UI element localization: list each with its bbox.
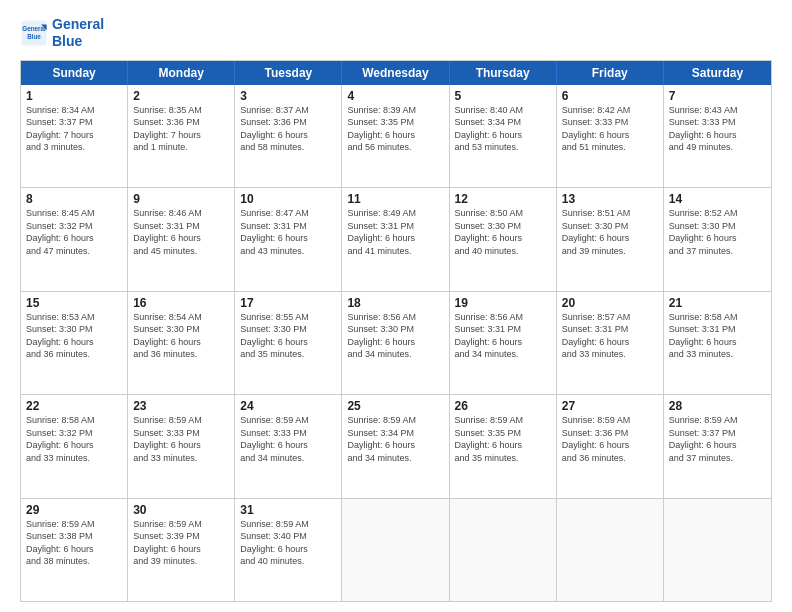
day-cell-31: 31 Sunrise: 8:59 AMSunset: 3:40 PMDaylig… — [235, 499, 342, 601]
day-cell-11: 11 Sunrise: 8:49 AMSunset: 3:31 PMDaylig… — [342, 188, 449, 290]
day-cell-19: 19 Sunrise: 8:56 AMSunset: 3:31 PMDaylig… — [450, 292, 557, 394]
day-cell-10: 10 Sunrise: 8:47 AMSunset: 3:31 PMDaylig… — [235, 188, 342, 290]
day-number: 23 — [133, 399, 229, 413]
day-cell-14: 14 Sunrise: 8:52 AMSunset: 3:30 PMDaylig… — [664, 188, 771, 290]
day-header-wednesday: Wednesday — [342, 61, 449, 85]
day-header-saturday: Saturday — [664, 61, 771, 85]
week-row-5: 29 Sunrise: 8:59 AMSunset: 3:38 PMDaylig… — [21, 499, 771, 601]
day-info: Sunrise: 8:59 AMSunset: 3:38 PMDaylight:… — [26, 518, 122, 568]
day-info: Sunrise: 8:39 AMSunset: 3:35 PMDaylight:… — [347, 104, 443, 154]
day-info: Sunrise: 8:47 AMSunset: 3:31 PMDaylight:… — [240, 207, 336, 257]
day-header-monday: Monday — [128, 61, 235, 85]
day-number: 30 — [133, 503, 229, 517]
day-number: 11 — [347, 192, 443, 206]
logo: General Blue GeneralBlue — [20, 16, 104, 50]
day-info: Sunrise: 8:57 AMSunset: 3:31 PMDaylight:… — [562, 311, 658, 361]
week-row-1: 1 Sunrise: 8:34 AMSunset: 3:37 PMDayligh… — [21, 85, 771, 188]
day-cell-24: 24 Sunrise: 8:59 AMSunset: 3:33 PMDaylig… — [235, 395, 342, 497]
day-cell-9: 9 Sunrise: 8:46 AMSunset: 3:31 PMDayligh… — [128, 188, 235, 290]
day-info: Sunrise: 8:59 AMSunset: 3:39 PMDaylight:… — [133, 518, 229, 568]
day-info: Sunrise: 8:56 AMSunset: 3:30 PMDaylight:… — [347, 311, 443, 361]
day-info: Sunrise: 8:53 AMSunset: 3:30 PMDaylight:… — [26, 311, 122, 361]
day-number: 12 — [455, 192, 551, 206]
day-cell-16: 16 Sunrise: 8:54 AMSunset: 3:30 PMDaylig… — [128, 292, 235, 394]
day-info: Sunrise: 8:59 AMSunset: 3:33 PMDaylight:… — [133, 414, 229, 464]
day-cell-8: 8 Sunrise: 8:45 AMSunset: 3:32 PMDayligh… — [21, 188, 128, 290]
day-info: Sunrise: 8:35 AMSunset: 3:36 PMDaylight:… — [133, 104, 229, 154]
day-number: 29 — [26, 503, 122, 517]
day-info: Sunrise: 8:54 AMSunset: 3:30 PMDaylight:… — [133, 311, 229, 361]
day-cell-28: 28 Sunrise: 8:59 AMSunset: 3:37 PMDaylig… — [664, 395, 771, 497]
day-number: 10 — [240, 192, 336, 206]
empty-cell — [342, 499, 449, 601]
day-info: Sunrise: 8:52 AMSunset: 3:30 PMDaylight:… — [669, 207, 766, 257]
empty-cell — [664, 499, 771, 601]
day-cell-2: 2 Sunrise: 8:35 AMSunset: 3:36 PMDayligh… — [128, 85, 235, 187]
day-cell-4: 4 Sunrise: 8:39 AMSunset: 3:35 PMDayligh… — [342, 85, 449, 187]
day-header-thursday: Thursday — [450, 61, 557, 85]
day-info: Sunrise: 8:46 AMSunset: 3:31 PMDaylight:… — [133, 207, 229, 257]
day-info: Sunrise: 8:49 AMSunset: 3:31 PMDaylight:… — [347, 207, 443, 257]
day-number: 17 — [240, 296, 336, 310]
logo-text: GeneralBlue — [52, 16, 104, 50]
day-cell-17: 17 Sunrise: 8:55 AMSunset: 3:30 PMDaylig… — [235, 292, 342, 394]
day-cell-25: 25 Sunrise: 8:59 AMSunset: 3:34 PMDaylig… — [342, 395, 449, 497]
day-number: 8 — [26, 192, 122, 206]
day-info: Sunrise: 8:50 AMSunset: 3:30 PMDaylight:… — [455, 207, 551, 257]
day-header-friday: Friday — [557, 61, 664, 85]
day-cell-13: 13 Sunrise: 8:51 AMSunset: 3:30 PMDaylig… — [557, 188, 664, 290]
day-header-sunday: Sunday — [21, 61, 128, 85]
day-cell-21: 21 Sunrise: 8:58 AMSunset: 3:31 PMDaylig… — [664, 292, 771, 394]
day-cell-27: 27 Sunrise: 8:59 AMSunset: 3:36 PMDaylig… — [557, 395, 664, 497]
day-info: Sunrise: 8:59 AMSunset: 3:36 PMDaylight:… — [562, 414, 658, 464]
day-number: 22 — [26, 399, 122, 413]
day-cell-1: 1 Sunrise: 8:34 AMSunset: 3:37 PMDayligh… — [21, 85, 128, 187]
day-info: Sunrise: 8:42 AMSunset: 3:33 PMDaylight:… — [562, 104, 658, 154]
logo-icon: General Blue — [20, 19, 48, 47]
day-info: Sunrise: 8:45 AMSunset: 3:32 PMDaylight:… — [26, 207, 122, 257]
day-number: 28 — [669, 399, 766, 413]
day-info: Sunrise: 8:58 AMSunset: 3:31 PMDaylight:… — [669, 311, 766, 361]
week-row-4: 22 Sunrise: 8:58 AMSunset: 3:32 PMDaylig… — [21, 395, 771, 498]
day-number: 6 — [562, 89, 658, 103]
day-number: 25 — [347, 399, 443, 413]
calendar-header: SundayMondayTuesdayWednesdayThursdayFrid… — [21, 61, 771, 85]
svg-text:Blue: Blue — [27, 32, 41, 39]
week-row-3: 15 Sunrise: 8:53 AMSunset: 3:30 PMDaylig… — [21, 292, 771, 395]
day-info: Sunrise: 8:40 AMSunset: 3:34 PMDaylight:… — [455, 104, 551, 154]
day-info: Sunrise: 8:34 AMSunset: 3:37 PMDaylight:… — [26, 104, 122, 154]
day-info: Sunrise: 8:43 AMSunset: 3:33 PMDaylight:… — [669, 104, 766, 154]
day-cell-3: 3 Sunrise: 8:37 AMSunset: 3:36 PMDayligh… — [235, 85, 342, 187]
day-cell-29: 29 Sunrise: 8:59 AMSunset: 3:38 PMDaylig… — [21, 499, 128, 601]
day-cell-6: 6 Sunrise: 8:42 AMSunset: 3:33 PMDayligh… — [557, 85, 664, 187]
day-header-tuesday: Tuesday — [235, 61, 342, 85]
calendar: SundayMondayTuesdayWednesdayThursdayFrid… — [20, 60, 772, 602]
day-number: 13 — [562, 192, 658, 206]
day-cell-15: 15 Sunrise: 8:53 AMSunset: 3:30 PMDaylig… — [21, 292, 128, 394]
day-number: 3 — [240, 89, 336, 103]
header: General Blue GeneralBlue — [20, 16, 772, 50]
day-info: Sunrise: 8:59 AMSunset: 3:33 PMDaylight:… — [240, 414, 336, 464]
day-number: 4 — [347, 89, 443, 103]
day-info: Sunrise: 8:59 AMSunset: 3:35 PMDaylight:… — [455, 414, 551, 464]
day-info: Sunrise: 8:56 AMSunset: 3:31 PMDaylight:… — [455, 311, 551, 361]
day-info: Sunrise: 8:58 AMSunset: 3:32 PMDaylight:… — [26, 414, 122, 464]
day-number: 26 — [455, 399, 551, 413]
day-number: 1 — [26, 89, 122, 103]
day-number: 15 — [26, 296, 122, 310]
day-cell-23: 23 Sunrise: 8:59 AMSunset: 3:33 PMDaylig… — [128, 395, 235, 497]
day-number: 18 — [347, 296, 443, 310]
day-info: Sunrise: 8:55 AMSunset: 3:30 PMDaylight:… — [240, 311, 336, 361]
day-number: 7 — [669, 89, 766, 103]
day-cell-26: 26 Sunrise: 8:59 AMSunset: 3:35 PMDaylig… — [450, 395, 557, 497]
day-number: 31 — [240, 503, 336, 517]
day-info: Sunrise: 8:59 AMSunset: 3:40 PMDaylight:… — [240, 518, 336, 568]
page: General Blue GeneralBlue SundayMondayTue… — [0, 0, 792, 612]
week-row-2: 8 Sunrise: 8:45 AMSunset: 3:32 PMDayligh… — [21, 188, 771, 291]
day-number: 2 — [133, 89, 229, 103]
empty-cell — [450, 499, 557, 601]
day-number: 14 — [669, 192, 766, 206]
calendar-body: 1 Sunrise: 8:34 AMSunset: 3:37 PMDayligh… — [21, 85, 771, 601]
day-number: 19 — [455, 296, 551, 310]
day-number: 5 — [455, 89, 551, 103]
